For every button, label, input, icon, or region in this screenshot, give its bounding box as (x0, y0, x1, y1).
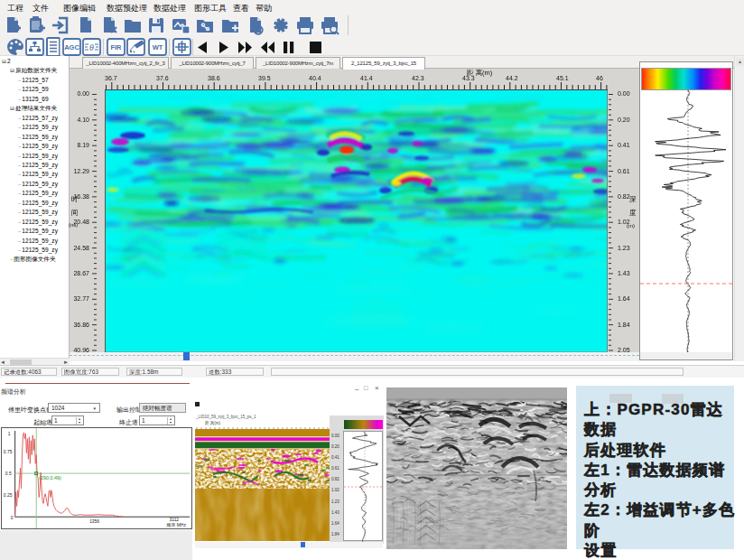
svg-text:3112: 3112 (170, 518, 180, 522)
svg-text:0: 0 (11, 516, 14, 520)
svg-text:(290,0.49): (290,0.49) (39, 475, 61, 481)
svg-text:1356: 1356 (89, 519, 99, 524)
svg-text:频率 MHz: 频率 MHz (167, 522, 187, 527)
svg-text:1: 1 (8, 432, 11, 436)
svg-text:0.25: 0.25 (4, 493, 13, 498)
svg-text:0.75: 0.75 (4, 450, 13, 454)
svg-text:0.5: 0.5 (5, 471, 12, 476)
